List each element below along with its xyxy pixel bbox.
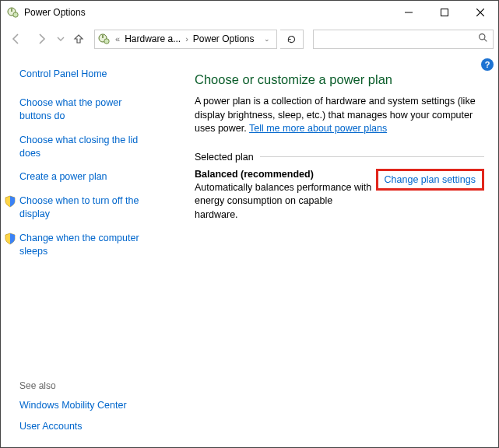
breadcrumb-parent[interactable]: Hardware a... [125,33,181,44]
sidebar-link-turn-off-display[interactable]: Choose when to turn off the display [19,194,156,221]
selected-plan-label: Selected plan [195,152,254,163]
svg-line-9 [484,39,487,41]
plan-name: Balanced (recommended) [195,169,376,180]
up-button[interactable] [69,28,88,50]
svg-point-7 [104,39,109,44]
sidebar-link-power-buttons[interactable]: Choose what the power buttons do [19,96,156,123]
see-also-label: See also [19,380,168,391]
power-options-icon [98,33,111,45]
sidebar-link-computer-sleeps[interactable]: Change when the computer sleeps [19,232,156,258]
maximize-button[interactable] [427,1,462,24]
search-input[interactable] [314,33,479,44]
breadcrumb-sep-icon: « [114,34,121,44]
control-panel-home-link[interactable]: Control Panel Home [19,68,156,81]
search-box[interactable] [313,30,494,49]
breadcrumb-current[interactable]: Power Options [193,33,255,44]
tell-me-more-link[interactable]: Tell me more about power plans [249,123,387,134]
power-options-icon [7,6,19,19]
forward-button[interactable] [30,28,52,50]
address-bar[interactable]: « Hardware a... › Power Options ⌄ [94,30,277,49]
titlebar: Power Options [1,1,498,24]
divider [260,156,484,157]
minimize-button[interactable] [391,1,427,24]
page-title: Choose or customize a power plan [195,72,484,87]
chevron-right-icon: › [184,34,190,44]
svg-point-8 [480,34,485,40]
sidebar: Control Panel Home Choose what the power… [1,54,176,447]
address-dropdown-icon[interactable]: ⌄ [261,35,273,43]
window-title: Power Options [24,7,391,18]
plan-info: Balanced (recommended) Automatically bal… [195,169,376,222]
plan-description: Automatically balances performance with … [195,181,376,222]
sidebar-link-create-plan[interactable]: Create a power plan [19,170,156,184]
shield-icon [4,195,16,208]
main-panel: ? Choose or customize a power plan A pow… [176,54,498,447]
change-plan-settings-link[interactable]: Change plan settings [376,169,484,191]
svg-rect-3 [441,9,448,16]
close-button[interactable] [462,1,498,24]
plan-row: Balanced (recommended) Automatically bal… [195,169,484,222]
refresh-button[interactable] [280,30,304,49]
help-icon[interactable]: ? [481,58,494,71]
see-also-user-accounts[interactable]: User Accounts [19,420,156,433]
svg-point-1 [13,12,18,17]
sidebar-link-label: Change when the computer sleeps [19,233,139,257]
back-button[interactable] [5,28,27,50]
sidebar-link-label: Choose when to turn off the display [19,195,139,219]
page-description: A power plan is a collection of hardware… [195,95,484,136]
search-icon[interactable] [478,33,488,45]
nav-toolbar: « Hardware a... › Power Options ⌄ [1,24,498,54]
shield-icon [4,233,16,245]
sidebar-link-closing-lid[interactable]: Choose what closing the lid does [19,134,156,160]
content-area: Control Panel Home Choose what the power… [1,54,498,447]
window-controls [391,1,498,24]
selected-plan-header: Selected plan [195,152,484,163]
recent-locations-button[interactable] [55,28,66,50]
see-also-mobility-center[interactable]: Windows Mobility Center [19,399,156,412]
